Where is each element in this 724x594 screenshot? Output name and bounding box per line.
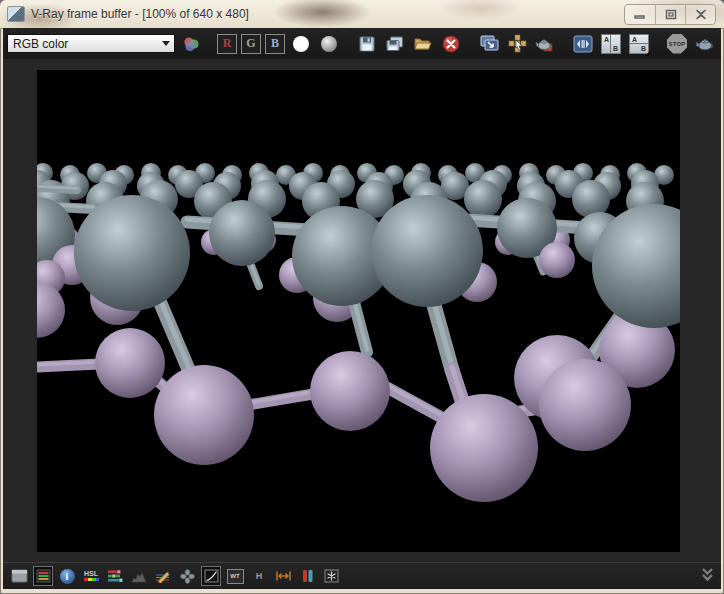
alpha-channel-icon bbox=[293, 36, 309, 52]
stamp-button[interactable] bbox=[321, 566, 341, 586]
svg-text:HSL: HSL bbox=[84, 570, 99, 577]
info-icon: i bbox=[60, 569, 75, 584]
save-image-button[interactable] bbox=[355, 32, 379, 56]
render-viewport bbox=[3, 59, 721, 562]
save-icon bbox=[359, 36, 375, 52]
compare-vertical-button[interactable]: A B bbox=[627, 32, 651, 56]
duplicate-buffer-button[interactable] bbox=[477, 32, 501, 56]
track-mouse-button[interactable] bbox=[505, 32, 529, 56]
main-toolbar: RGB color R G B bbox=[3, 28, 721, 59]
vray-frame-buffer-window: V-Ray frame buffer - [100% of 640 x 480]… bbox=[0, 0, 724, 594]
compare-width-button[interactable] bbox=[273, 566, 293, 586]
monochrome-button[interactable] bbox=[317, 32, 341, 56]
pixel-info-toggle-button[interactable] bbox=[33, 566, 53, 586]
minimize-icon bbox=[634, 10, 646, 20]
color-rows-icon bbox=[36, 569, 51, 583]
pixel-information-button[interactable]: i bbox=[57, 566, 77, 586]
white-balance-button[interactable]: WT bbox=[225, 566, 245, 586]
stop-render-button[interactable]: STOP bbox=[665, 32, 689, 56]
channel-select[interactable]: RGB color bbox=[7, 34, 175, 53]
minimize-button[interactable] bbox=[625, 5, 655, 24]
clear-x-icon bbox=[442, 35, 460, 53]
double-chevron-down-icon bbox=[700, 567, 715, 583]
stop-icon: STOP bbox=[667, 34, 687, 54]
curves-pencil-button[interactable] bbox=[153, 566, 173, 586]
green-channel-button[interactable]: G bbox=[241, 34, 261, 54]
compare-vertical-icon: A B bbox=[629, 34, 649, 54]
clear-image-button[interactable] bbox=[439, 32, 463, 56]
render-button[interactable] bbox=[693, 32, 717, 56]
h-label: H bbox=[256, 571, 263, 581]
track-mouse-icon bbox=[508, 34, 527, 53]
save-channels-icon bbox=[386, 36, 404, 52]
white-balance-icon: WT bbox=[227, 569, 244, 584]
blue-channel-button[interactable]: B bbox=[265, 34, 285, 54]
pencil-curves-icon bbox=[155, 569, 171, 583]
close-button[interactable] bbox=[685, 5, 715, 24]
bottom-toolbar: i HSL bbox=[3, 562, 721, 589]
window-title: V-Ray frame buffer - [100% of 640 x 480] bbox=[31, 7, 249, 21]
red-channel-button[interactable]: R bbox=[217, 34, 237, 54]
red-channel-label: R bbox=[223, 36, 232, 51]
asterisk-box-icon bbox=[324, 569, 339, 583]
rgb-channels-icon bbox=[182, 36, 200, 52]
app-icon bbox=[7, 6, 25, 22]
stop-label: STOP bbox=[668, 41, 685, 47]
curve-correction-button[interactable] bbox=[201, 566, 221, 586]
compare-horizontal-icon: A B bbox=[601, 34, 621, 54]
load-image-button[interactable] bbox=[411, 32, 435, 56]
corrections-control-icon bbox=[573, 35, 593, 53]
levels-histogram-icon bbox=[131, 570, 147, 583]
compare-a-label: A bbox=[632, 36, 637, 43]
color-balance-icon bbox=[107, 569, 124, 583]
maximize-button[interactable] bbox=[655, 5, 685, 24]
dropdown-corner-icon bbox=[645, 51, 650, 56]
width-arrows-icon bbox=[275, 570, 292, 582]
corrections-window-button[interactable] bbox=[9, 566, 29, 586]
save-all-channels-button[interactable] bbox=[383, 32, 407, 56]
blue-channel-label: B bbox=[271, 36, 279, 51]
ab-bars-button[interactable] bbox=[297, 566, 317, 586]
red-blue-bars-icon bbox=[301, 569, 314, 583]
window-body: RGB color R G B bbox=[3, 28, 721, 589]
window-controls bbox=[624, 4, 716, 25]
color-wheel-button[interactable] bbox=[177, 566, 197, 586]
channel-select-value: RGB color bbox=[13, 37, 68, 51]
wt-label: WT bbox=[230, 573, 239, 579]
corrections-control-button[interactable] bbox=[571, 32, 595, 56]
window-icon bbox=[11, 569, 28, 583]
monochrome-icon bbox=[321, 36, 337, 52]
duplicate-buffer-icon bbox=[480, 35, 499, 52]
chevron-down-icon bbox=[162, 41, 170, 46]
compare-a-label: A bbox=[604, 36, 609, 43]
maximize-icon bbox=[665, 9, 677, 20]
render-last-teapot-icon bbox=[535, 35, 555, 52]
color-wheel-icon bbox=[180, 569, 195, 584]
color-balance-button[interactable] bbox=[105, 566, 125, 586]
titlebar[interactable]: V-Ray frame buffer - [100% of 640 x 480] bbox=[0, 0, 724, 29]
rgb-channels-button[interactable] bbox=[179, 32, 203, 56]
folder-open-icon bbox=[414, 36, 432, 51]
compare-horizontal-button[interactable]: A B bbox=[599, 32, 623, 56]
curve-icon bbox=[204, 569, 219, 583]
levels-button[interactable] bbox=[129, 566, 149, 586]
render-teapot-icon bbox=[695, 35, 715, 52]
info-label: i bbox=[66, 571, 69, 582]
h-toggle-button[interactable]: H bbox=[249, 566, 269, 586]
render-last-button[interactable] bbox=[533, 32, 557, 56]
compare-b-label: B bbox=[613, 45, 618, 52]
hsl-icon: HSL bbox=[83, 569, 100, 583]
expand-chevron-button[interactable] bbox=[700, 567, 715, 587]
close-icon bbox=[695, 9, 707, 20]
render-canvas[interactable] bbox=[37, 70, 680, 552]
hue-saturation-button[interactable]: HSL bbox=[81, 566, 101, 586]
green-channel-label: G bbox=[246, 36, 255, 51]
alpha-channel-button[interactable] bbox=[289, 32, 313, 56]
